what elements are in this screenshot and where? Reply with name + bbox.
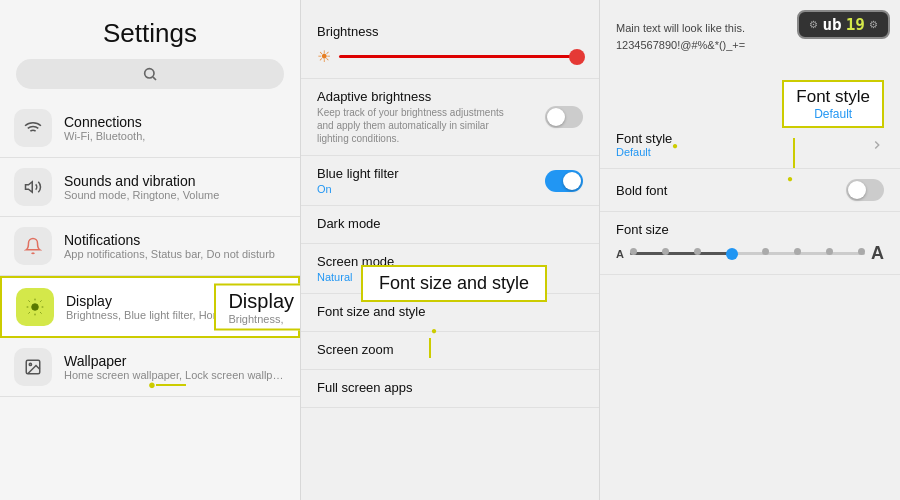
connections-icon (14, 109, 52, 147)
adaptive-toggle[interactable] (545, 106, 583, 128)
font-style-arrow: ● (787, 138, 795, 186)
logo-decoration-left: ⚙ (809, 19, 818, 30)
connections-subtitle: Wi-Fi, Bluetooth, (64, 130, 286, 142)
panel-settings: Settings Connections Wi-Fi, Bluetooth, (0, 0, 300, 500)
adaptive-title: Adaptive brightness (317, 89, 517, 104)
size-dots (630, 248, 865, 260)
font-size-label: Font size (616, 222, 884, 237)
notifications-icon (14, 227, 52, 265)
size-dot-3 (694, 248, 701, 255)
display-overlay-title: Display (228, 290, 294, 313)
svg-line-12 (40, 301, 41, 302)
svg-line-11 (29, 312, 30, 313)
sidebar-item-sounds[interactable]: Sounds and vibration Sound mode, Rington… (0, 158, 300, 217)
font-style-overlay: Font style Default (782, 80, 884, 128)
svg-line-8 (40, 312, 41, 313)
size-dot-8 (858, 248, 865, 255)
brightness-slider[interactable] (339, 55, 583, 58)
search-icon (142, 66, 158, 82)
sounds-text: Sounds and vibration Sound mode, Rington… (64, 173, 286, 201)
display-settings-list: Brightness ☀ Adaptive brightness Keep tr… (301, 0, 599, 500)
bluelight-section: Blue light filter On (301, 156, 599, 206)
font-size-track[interactable] (630, 252, 865, 255)
brightness-title: Brightness (317, 24, 583, 39)
sounds-icon (14, 168, 52, 206)
logo-decoration-right: ⚙ (869, 19, 878, 30)
size-dot-6 (794, 248, 801, 255)
fullscreen-title: Full screen apps (317, 380, 583, 395)
font-size-row: Font size A A (600, 212, 900, 275)
bold-font-toggle[interactable] (846, 179, 884, 201)
font-style-row-title: Font style (616, 131, 672, 146)
bold-font-row[interactable]: Bold font (600, 169, 900, 212)
notifications-subtitle: App notifications, Status bar, Do not di… (64, 248, 286, 260)
svg-point-14 (29, 363, 31, 365)
display-arrow: ● (148, 377, 186, 392)
font-style-row-text: Font style Default (616, 131, 672, 158)
adaptive-row: Adaptive brightness Keep track of your b… (317, 89, 583, 145)
wallpaper-icon (14, 348, 52, 386)
svg-line-1 (153, 77, 156, 80)
connections-text: Connections Wi-Fi, Bluetooth, (64, 114, 286, 142)
adaptive-text: Adaptive brightness Keep track of your b… (317, 89, 517, 145)
display-overlay-sub: Brightness, (228, 313, 294, 325)
settings-title: Settings (0, 0, 300, 59)
brightness-row: ☀ (317, 47, 583, 66)
bluelight-text: Blue light filter On (317, 166, 399, 195)
sounds-subtitle: Sound mode, Ringtone, Volume (64, 189, 286, 201)
logo-number: 19 (846, 15, 865, 34)
sounds-title: Sounds and vibration (64, 173, 286, 189)
sidebar-item-connections[interactable]: Connections Wi-Fi, Bluetooth, (0, 99, 300, 158)
screenzoom-section[interactable]: Screen zoom (301, 332, 599, 370)
brightness-section: Brightness ☀ (301, 12, 599, 79)
darkmode-section[interactable]: Dark mode (301, 206, 599, 244)
adaptive-toggle-knob (547, 108, 565, 126)
search-bar[interactable] (16, 59, 284, 89)
bold-font-title: Bold font (616, 183, 667, 198)
chevron-right-icon (870, 138, 884, 152)
panel-display-settings: Brightness ☀ Adaptive brightness Keep tr… (300, 0, 600, 500)
display-icon (16, 288, 54, 326)
bluelight-value: On (317, 183, 399, 195)
svg-point-4 (32, 304, 39, 311)
logo-area: ⚙ ub 19 ⚙ (797, 10, 890, 39)
connections-title: Connections (64, 114, 286, 130)
svg-point-0 (145, 69, 154, 78)
font-style-overlay-title: Font style (796, 87, 870, 107)
display-overlay-label: Display Brightness, (214, 284, 300, 331)
size-dot-1 (630, 248, 637, 255)
size-dot-5 (762, 248, 769, 255)
size-a-small: A (616, 248, 624, 260)
font-style-row[interactable]: Font style Default ● (600, 121, 900, 169)
font-size-slider-row: A A (616, 243, 884, 264)
logo-text: ub (822, 15, 841, 34)
bold-font-toggle-knob (848, 181, 866, 199)
adaptive-brightness-section: Adaptive brightness Keep track of your b… (301, 79, 599, 156)
font-label-text: Font size and style (379, 273, 529, 293)
size-dot-4-active (726, 248, 738, 260)
adaptive-sub: Keep track of your brightness adjustment… (317, 106, 517, 145)
notifications-text: Notifications App notifications, Status … (64, 232, 286, 260)
brightness-thumb[interactable] (569, 49, 585, 65)
font-label-overlay: Font size and style (361, 265, 547, 302)
wallpaper-title: Wallpaper (64, 353, 286, 369)
font-style-row-value: Default (616, 146, 672, 158)
screenzoom-title: Screen zoom (317, 342, 583, 357)
svg-marker-3 (26, 182, 33, 193)
fontsize-title: Font size and style (317, 304, 583, 319)
font-arrow (429, 338, 431, 358)
sun-small-icon: ☀ (317, 47, 331, 66)
svg-line-7 (29, 301, 30, 302)
sidebar-item-display[interactable]: Display Brightness, Blue light filter, H… (0, 276, 300, 338)
size-dot-2 (662, 248, 669, 255)
settings-list: Connections Wi-Fi, Bluetooth, Sounds and… (0, 99, 300, 500)
notifications-title: Notifications (64, 232, 286, 248)
fullscreen-section[interactable]: Full screen apps (301, 370, 599, 408)
panel-font-settings: ⚙ ub 19 ⚙ Main text will look like this.… (600, 0, 900, 500)
bluelight-title: Blue light filter (317, 166, 399, 181)
bluelight-row: Blue light filter On (317, 166, 583, 195)
font-settings-list: Font style Default ● Bold font Font size… (600, 113, 900, 500)
bluelight-toggle[interactable] (545, 170, 583, 192)
sidebar-item-notifications[interactable]: Notifications App notifications, Status … (0, 217, 300, 276)
font-style-overlay-value: Default (796, 107, 870, 121)
